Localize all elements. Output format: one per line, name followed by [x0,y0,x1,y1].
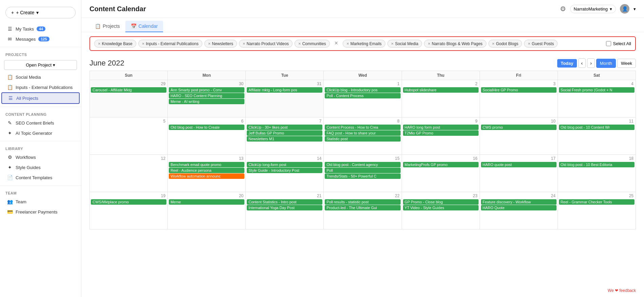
calendar-event[interactable]: Social Fresh promo (Godot + N [559,87,635,93]
select-all-label[interactable]: Select All [613,41,631,46]
day-number: 1 [324,81,401,87]
calendar-event[interactable]: Poll results - statistic post [325,199,400,205]
calendar-event[interactable]: Poll [325,168,400,173]
next-month-button[interactable]: › [587,58,595,68]
create-button[interactable]: + + Create ▾ [5,7,76,18]
filter-tag[interactable]: ×Newsletters [204,40,237,48]
calendar-event[interactable]: International Yoga Day Post [247,205,322,210]
calendar-event[interactable]: Newsletters M1 [247,136,322,142]
calendar-event[interactable]: Content Process - How to Crea [325,125,400,130]
calendar-event[interactable]: T2Mio GP Promo [403,130,479,136]
calendar-event[interactable]: HARO Quote [481,205,557,210]
calendar-event[interactable]: Carousel - Affiliate Mktg [91,87,166,93]
month-view-button[interactable]: Month [596,59,616,68]
calendar-event[interactable]: Poll - Content Process [325,93,400,98]
day-header-wed: Wed [324,71,402,80]
calendar-event[interactable]: Jeff Bullas GP Promo [247,130,322,136]
remove-tag-icon[interactable]: × [428,41,430,46]
calendar-event[interactable]: HARO quote post [481,162,557,167]
day-number: 18 [559,155,635,162]
doc-icon: 📄 [7,175,13,180]
day-number: 5 [90,118,167,124]
calendar-event[interactable]: HARO long form post [403,125,479,130]
calendar-event[interactable]: Reel - Audience persona [169,168,244,173]
remove-tag-icon[interactable]: × [528,41,530,46]
remove-tag-icon[interactable]: × [142,41,145,46]
sidebar-item-freelancer-payments[interactable]: 💳 Freelancer Payments [1,207,80,217]
calendar-event[interactable]: Ann Smarty post promo - Conv [169,87,244,93]
remove-tag-icon[interactable]: × [243,41,245,46]
calendar-event[interactable]: ClickUp blog - Introductory pos [325,87,400,93]
sidebar-item-messages[interactable]: ✉ Messages 125 [1,34,80,44]
calendar-day: 15 Old blog post - Content agency Poll T… [324,155,402,192]
calendar-week: 12 13 Benchmark email quote promo Reel -… [90,155,636,192]
settings-icon[interactable]: ⚙ [560,5,566,13]
sidebar-item-all-projects[interactable]: ☰ All Projects [1,92,80,104]
remove-tag-icon[interactable]: × [391,41,394,46]
filter-tag[interactable]: ×Godot Blogs [488,40,522,48]
filter-tag[interactable]: ×Guest Posts [524,40,558,48]
calendar-event[interactable]: Workflow automation announc [169,173,244,179]
clipboard-icon: 📋 [7,74,13,80]
select-all-checkbox[interactable] [606,41,611,46]
open-project-select[interactable]: Open Project ▾ [4,60,77,70]
sidebar-item-my-tasks[interactable]: ☰ My Tasks 44 [1,24,80,34]
calendar-event[interactable]: MarketingProfs GP promo [403,162,479,167]
sidebar-item-ai-topic[interactable]: ✦ AI Topic Generator [1,128,80,138]
filter-tag[interactable]: ×Knowledge Base [94,40,136,48]
calendar-event[interactable]: CWS/Mktplace promo [91,199,166,205]
calendar-event[interactable]: Product-led - The Ultimate Gui [325,205,400,210]
calendar-event[interactable]: YT Video - Style Guides [403,205,479,210]
calendar-event[interactable]: Old blog post - Content agency [325,162,400,167]
calendar-event[interactable]: Reel - Grammar Checker Tools [559,199,635,205]
sidebar-item-style-guides[interactable]: ✦ Style Guides [1,162,80,172]
calendar-event[interactable]: Statistic post [325,136,400,142]
filter-tag[interactable]: ×Narrato Blogs & Web Pages [424,40,486,48]
calendar-event[interactable]: Old blog post - 10 Best Editoria [559,162,635,167]
filter-tag[interactable]: ×Narrato Product Videos [239,40,293,48]
close-all-filters-icon[interactable]: × [335,40,338,48]
sidebar-item-social-media[interactable]: 📋 Social Media [1,72,80,82]
plus-icon: + [11,10,14,15]
calendar-event[interactable]: SocialHire GP Promo [481,87,557,93]
calendar-event[interactable]: ClickUp long-form post [247,162,322,167]
remove-tag-icon[interactable]: × [492,41,495,46]
feedback-bar: We ❤ feedback [608,288,636,293]
calendar-event[interactable]: Old blog post - 10 Content Wr [559,125,635,130]
sidebar-item-content-templates[interactable]: 📄 Content Templates [1,172,80,183]
calendar-event[interactable]: Benchmark email quote promo [169,162,244,167]
week-view-button[interactable]: Week [617,59,636,68]
tab-calendar[interactable]: 📅 Calendar [125,21,163,32]
filter-tag[interactable]: ×Communities [295,40,330,48]
calendar-event[interactable]: Meme [169,199,244,205]
remove-tag-icon[interactable]: × [98,41,101,46]
sidebar-item-workflows[interactable]: ⚙ Workflows [1,152,80,162]
sidebar-item-inputs-ext-pub[interactable]: 📋 Inputs - External Publications [1,82,80,92]
calendar-event[interactable]: Trends/Stats - 50+ Powerful C [325,173,400,179]
calendar-event[interactable]: Meme - AI writing [169,99,244,104]
calendar-event[interactable]: Feature discovery - Workflow [481,199,557,205]
calendar-event[interactable]: HARO - SEO Content Planning [169,93,244,98]
calendar-event[interactable]: Hubspot slideshare [403,87,479,93]
filter-tag[interactable]: ×Social Media [387,40,422,48]
calendar-event[interactable]: FAQ post - How to share your [325,130,400,136]
filter-tag[interactable]: ×Inputs - External Publications [138,40,202,48]
calendar-event[interactable]: GP Promo - Close blog [403,199,479,205]
calendar-event[interactable]: ClickUp - 30+ likes post [247,125,322,130]
avatar[interactable]: 👤 [620,4,629,14]
sidebar-item-seo-briefs[interactable]: ✎ SEO Content Briefs [1,118,80,128]
sidebar-item-team[interactable]: 👥 Team [1,197,80,207]
filter-tag[interactable]: ×Marketing Emails [343,40,385,48]
prev-month-button[interactable]: ‹ [578,58,586,68]
today-button[interactable]: Today [557,59,577,68]
remove-tag-icon[interactable]: × [346,41,349,46]
calendar-event[interactable]: Content Statistics - Intro post [247,199,322,205]
calendar-event[interactable]: Old blog post - How to Create [169,125,244,130]
calendar-event[interactable]: Style Guide - Introductory Post [247,168,322,173]
account-switcher[interactable]: NarratoMarketing ▾ [570,5,616,13]
calendar-event[interactable]: Affiliate mktg - Long-form pos [247,87,322,93]
remove-tag-icon[interactable]: × [298,41,301,46]
remove-tag-icon[interactable]: × [208,41,211,46]
calendar-event[interactable]: CWS promo [481,125,557,130]
tab-projects[interactable]: 📋 Projects [89,21,125,32]
